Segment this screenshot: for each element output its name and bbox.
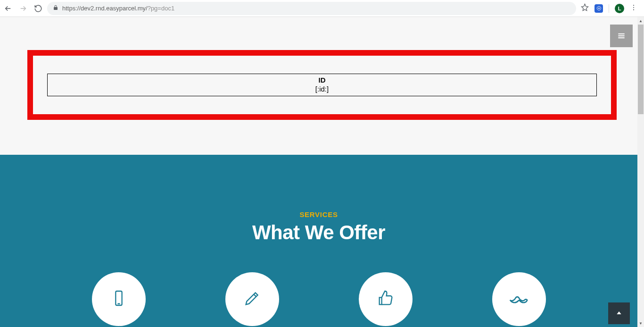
svg-point-2: [633, 5, 634, 6]
svg-point-1: [598, 8, 600, 9]
services-heading: What We Offer: [0, 221, 637, 244]
page-content: ▲ ▼ ID [:id:] SERVICES What We Offer: [0, 17, 644, 327]
url-host: https://dev2.rnd.easyparcel.my/: [62, 5, 148, 12]
pencil-icon: [243, 289, 262, 310]
service-icons-row: [0, 272, 637, 326]
services-label: SERVICES: [0, 210, 637, 218]
thumbs-up-icon: [376, 289, 395, 310]
address-bar[interactable]: https://dev2.rnd.easyparcel.my/?pg=doc1: [47, 2, 576, 15]
id-table: ID [:id:]: [47, 74, 597, 96]
hamburger-menu-button[interactable]: [610, 25, 633, 47]
scrollbar-thumb[interactable]: [638, 25, 644, 114]
toolbar-right: L: [581, 3, 640, 13]
highlight-box: ID [:id:]: [27, 50, 617, 120]
id-value: [:id:]: [48, 85, 596, 96]
lock-icon: [53, 5, 58, 12]
svg-line-10: [254, 294, 256, 297]
scroll-down-arrow[interactable]: ▼: [637, 319, 644, 327]
svg-point-4: [633, 9, 634, 10]
id-header: ID: [48, 74, 596, 85]
mustache-icon: [508, 289, 530, 310]
forward-button[interactable]: [19, 4, 27, 13]
service-card-edit[interactable]: [225, 272, 279, 326]
nav-buttons: [4, 4, 42, 13]
services-section: SERVICES What We Offer: [0, 155, 637, 327]
extension-icon[interactable]: [594, 4, 603, 13]
bookmark-star-icon[interactable]: [581, 3, 589, 13]
url-query: ?pg=doc1: [148, 5, 174, 12]
browser-toolbar: https://dev2.rnd.easyparcel.my/?pg=doc1 …: [0, 0, 644, 17]
scrollbar[interactable]: ▲ ▼: [637, 17, 644, 327]
mobile-icon: [109, 289, 128, 310]
scroll-to-top-button[interactable]: [608, 302, 630, 324]
toolbar-divider: [609, 4, 609, 13]
reload-button[interactable]: [34, 4, 42, 13]
back-button[interactable]: [4, 4, 12, 13]
profile-avatar[interactable]: L: [615, 4, 624, 13]
scroll-up-arrow[interactable]: ▲: [637, 17, 644, 25]
service-card-mobile[interactable]: [92, 272, 146, 326]
browser-menu-icon[interactable]: [630, 4, 637, 13]
svg-point-3: [633, 7, 634, 8]
service-card-mustache[interactable]: [492, 272, 546, 326]
service-card-like[interactable]: [359, 272, 413, 326]
